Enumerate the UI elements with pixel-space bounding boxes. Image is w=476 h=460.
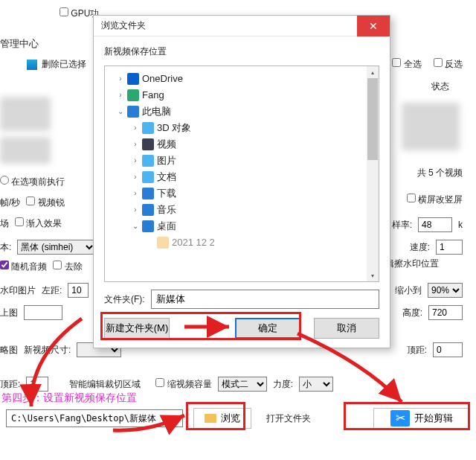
mode-select[interactable]: 模式二 xyxy=(218,377,267,392)
folder-icon xyxy=(157,237,169,249)
browse-label: 浏览 xyxy=(221,412,240,425)
top-input[interactable] xyxy=(26,377,48,392)
save-path-input[interactable] xyxy=(6,409,183,427)
tree-node-onedrive[interactable]: ›OneDrive xyxy=(109,71,364,87)
dialog-titlebar: 浏览文件夹 ✕ xyxy=(94,16,390,36)
tree-node-this-pc[interactable]: ⌄此电脑 xyxy=(109,103,364,120)
left-input[interactable] xyxy=(68,283,89,298)
scroll-down-icon[interactable]: ▾ xyxy=(367,269,379,281)
start-edit-button[interactable]: 开始剪辑 xyxy=(373,408,470,429)
wm-image-label: 水印图片 xyxy=(0,284,36,297)
font-select[interactable]: 黑体 (simhei) xyxy=(17,240,96,255)
dialog-title: 浏览文件夹 xyxy=(101,19,146,32)
scissors-icon xyxy=(390,410,410,427)
scene-label: 场 xyxy=(0,217,9,230)
ok-button[interactable]: 确定 xyxy=(235,318,300,339)
list-icon xyxy=(27,60,37,70)
shrink-select[interactable]: 90% xyxy=(428,283,463,298)
chevron-right-icon: › xyxy=(132,185,139,202)
speed-input[interactable] xyxy=(436,240,463,255)
cloud-icon xyxy=(127,73,139,85)
tree-node-pictures[interactable]: ›图片 xyxy=(109,153,364,169)
user-icon xyxy=(127,89,139,101)
mgmt-center-label: 管理中心 xyxy=(0,37,39,51)
dialog-subtitle: 新视频保存位置 xyxy=(104,45,379,58)
tree-node-music[interactable]: ›音乐 xyxy=(109,202,364,218)
height-input[interactable] xyxy=(428,305,463,320)
horiz-to-vert-checkbox[interactable]: 横屏改竖屏 xyxy=(407,194,463,205)
chevron-right-icon: › xyxy=(132,202,139,218)
sample-rate-input[interactable] xyxy=(418,217,452,232)
tree-node-downloads[interactable]: ›下载 xyxy=(109,185,364,202)
chevron-right-icon: › xyxy=(132,169,139,185)
chevron-right-icon: › xyxy=(132,153,139,169)
remove-checkbox[interactable]: 去除 xyxy=(53,261,82,273)
chevron-down-icon: ⌄ xyxy=(132,218,139,234)
tree-node-videos[interactable]: ›视频 xyxy=(109,136,364,153)
folder-icon xyxy=(205,414,216,423)
download-icon xyxy=(142,188,154,199)
video-count: 共 5 个视频 xyxy=(417,167,463,179)
fps-label: 帧/秒 xyxy=(0,197,20,209)
scroll-up-icon[interactable]: ▴ xyxy=(367,66,379,78)
document-icon xyxy=(142,171,154,183)
smart-crop-label: 智能编辑裁切区域 xyxy=(69,378,141,391)
folder-label: 文件夹(F): xyxy=(104,293,145,306)
browse-button[interactable]: 浏览 xyxy=(193,408,251,429)
erase-wm-label: 辑擦水印位置 xyxy=(385,258,439,270)
speed-label: 速度: xyxy=(410,241,430,254)
shrink-label: 缩小到 xyxy=(395,284,422,297)
random-audio-checkbox[interactable]: 随机音频 xyxy=(0,261,47,273)
tree-node-user[interactable]: ›Fang xyxy=(109,87,364,103)
computer-icon xyxy=(127,106,139,118)
sharpen-checkbox[interactable]: 视频锐 xyxy=(26,197,64,209)
chevron-right-icon: › xyxy=(132,136,139,153)
chevron-right-icon: › xyxy=(117,87,124,103)
picture-icon xyxy=(142,155,154,167)
compress-checkbox[interactable]: 缩视频容量 xyxy=(155,378,211,391)
folder-tree: ›OneDrive ›Fang ⌄此电脑 ›3D 对象 ›视频 ›图片 ›文档 … xyxy=(104,66,379,282)
chevron-right-icon: › xyxy=(117,71,124,87)
height-label: 高度: xyxy=(402,307,422,319)
film-icon xyxy=(142,138,154,150)
browse-folder-dialog: 浏览文件夹 ✕ 新视频保存位置 ›OneDrive ›Fang ⌄此电脑 ›3D… xyxy=(93,15,390,348)
tree-node-documents[interactable]: ›文档 xyxy=(109,169,364,185)
chevron-down-icon: ⌄ xyxy=(117,103,124,120)
folder-name-input[interactable] xyxy=(151,290,379,309)
start-edit-label: 开始剪辑 xyxy=(414,412,453,425)
desktop-icon xyxy=(142,220,154,232)
select-all-checkbox[interactable]: 全选 xyxy=(392,58,421,71)
deselect-checkbox[interactable]: 反选 xyxy=(434,58,463,71)
top-label: 顶距: xyxy=(0,378,20,391)
cancel-button[interactable]: 取消 xyxy=(314,318,379,339)
tree-scrollbar[interactable]: ▴ ▾ xyxy=(367,66,379,281)
open-folder-link[interactable]: 打开文件夹 xyxy=(262,412,311,425)
status-header: 状态 xyxy=(431,80,449,93)
before-exec-radio[interactable]: 在选项前执行 xyxy=(0,176,65,187)
tree-node-desktop[interactable]: ⌄桌面 xyxy=(109,218,364,234)
new-size-label: 新视频尺寸: xyxy=(24,344,71,357)
step4-heading: 第四步：设置新视频保存位置 xyxy=(1,392,137,405)
music-icon xyxy=(142,204,154,216)
chevron-right-icon: › xyxy=(132,120,139,136)
strength-label: 力度: xyxy=(273,378,293,391)
top-label-2: 顶距: xyxy=(407,344,427,357)
upper-input[interactable] xyxy=(24,305,62,320)
top-input-2[interactable] xyxy=(433,342,463,357)
font-label: 本: xyxy=(0,241,11,254)
cube-icon xyxy=(142,122,154,134)
tree-node-3d-objects[interactable]: ›3D 对象 xyxy=(109,120,364,136)
new-folder-button[interactable]: 新建文件夹(M) xyxy=(104,318,170,339)
delete-selected-button[interactable]: 删除已选择 xyxy=(42,58,86,71)
strength-select[interactable]: 小 xyxy=(299,377,333,392)
scroll-thumb[interactable] xyxy=(367,78,378,160)
tree-node-dated[interactable]: 2021 12 2 xyxy=(109,234,364,251)
sample-rate-label: 样率: xyxy=(392,219,412,231)
close-button[interactable]: ✕ xyxy=(357,16,390,36)
left-label: 左距: xyxy=(42,284,62,297)
fadein-checkbox[interactable]: 渐入效果 xyxy=(15,217,62,230)
